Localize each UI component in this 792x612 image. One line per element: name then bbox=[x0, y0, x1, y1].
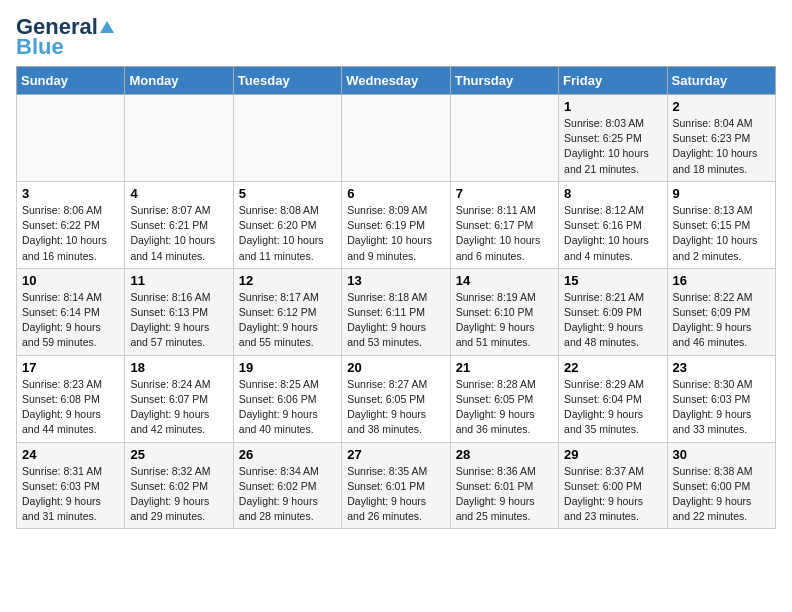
calendar-cell: 23Sunrise: 8:30 AM Sunset: 6:03 PM Dayli… bbox=[667, 355, 775, 442]
day-info: Sunrise: 8:11 AM Sunset: 6:17 PM Dayligh… bbox=[456, 203, 553, 264]
calendar-body: 1Sunrise: 8:03 AM Sunset: 6:25 PM Daylig… bbox=[17, 95, 776, 529]
day-info: Sunrise: 8:13 AM Sunset: 6:15 PM Dayligh… bbox=[673, 203, 770, 264]
day-info: Sunrise: 8:35 AM Sunset: 6:01 PM Dayligh… bbox=[347, 464, 444, 525]
calendar-cell: 9Sunrise: 8:13 AM Sunset: 6:15 PM Daylig… bbox=[667, 181, 775, 268]
day-info: Sunrise: 8:03 AM Sunset: 6:25 PM Dayligh… bbox=[564, 116, 661, 177]
day-info: Sunrise: 8:32 AM Sunset: 6:02 PM Dayligh… bbox=[130, 464, 227, 525]
calendar-cell bbox=[17, 95, 125, 182]
calendar-cell: 5Sunrise: 8:08 AM Sunset: 6:20 PM Daylig… bbox=[233, 181, 341, 268]
day-number: 5 bbox=[239, 186, 336, 201]
calendar-cell: 21Sunrise: 8:28 AM Sunset: 6:05 PM Dayli… bbox=[450, 355, 558, 442]
day-info: Sunrise: 8:24 AM Sunset: 6:07 PM Dayligh… bbox=[130, 377, 227, 438]
day-number: 27 bbox=[347, 447, 444, 462]
page-header: General Blue bbox=[16, 16, 776, 58]
weekday-header-wednesday: Wednesday bbox=[342, 67, 450, 95]
calendar-week-4: 17Sunrise: 8:23 AM Sunset: 6:08 PM Dayli… bbox=[17, 355, 776, 442]
weekday-header-sunday: Sunday bbox=[17, 67, 125, 95]
calendar-cell: 2Sunrise: 8:04 AM Sunset: 6:23 PM Daylig… bbox=[667, 95, 775, 182]
day-number: 15 bbox=[564, 273, 661, 288]
day-info: Sunrise: 8:23 AM Sunset: 6:08 PM Dayligh… bbox=[22, 377, 119, 438]
day-number: 9 bbox=[673, 186, 770, 201]
day-number: 28 bbox=[456, 447, 553, 462]
day-number: 4 bbox=[130, 186, 227, 201]
calendar-cell: 13Sunrise: 8:18 AM Sunset: 6:11 PM Dayli… bbox=[342, 268, 450, 355]
day-info: Sunrise: 8:25 AM Sunset: 6:06 PM Dayligh… bbox=[239, 377, 336, 438]
day-number: 7 bbox=[456, 186, 553, 201]
calendar-cell: 24Sunrise: 8:31 AM Sunset: 6:03 PM Dayli… bbox=[17, 442, 125, 529]
calendar-cell: 7Sunrise: 8:11 AM Sunset: 6:17 PM Daylig… bbox=[450, 181, 558, 268]
logo-text-blue: Blue bbox=[16, 36, 64, 58]
calendar-header-row: SundayMondayTuesdayWednesdayThursdayFrid… bbox=[17, 67, 776, 95]
day-number: 8 bbox=[564, 186, 661, 201]
calendar-week-1: 1Sunrise: 8:03 AM Sunset: 6:25 PM Daylig… bbox=[17, 95, 776, 182]
day-info: Sunrise: 8:08 AM Sunset: 6:20 PM Dayligh… bbox=[239, 203, 336, 264]
calendar-cell bbox=[125, 95, 233, 182]
day-number: 19 bbox=[239, 360, 336, 375]
day-info: Sunrise: 8:36 AM Sunset: 6:01 PM Dayligh… bbox=[456, 464, 553, 525]
day-info: Sunrise: 8:19 AM Sunset: 6:10 PM Dayligh… bbox=[456, 290, 553, 351]
weekday-header-friday: Friday bbox=[559, 67, 667, 95]
calendar-cell: 27Sunrise: 8:35 AM Sunset: 6:01 PM Dayli… bbox=[342, 442, 450, 529]
day-number: 21 bbox=[456, 360, 553, 375]
day-number: 13 bbox=[347, 273, 444, 288]
calendar-week-5: 24Sunrise: 8:31 AM Sunset: 6:03 PM Dayli… bbox=[17, 442, 776, 529]
calendar-cell: 20Sunrise: 8:27 AM Sunset: 6:05 PM Dayli… bbox=[342, 355, 450, 442]
calendar-cell: 1Sunrise: 8:03 AM Sunset: 6:25 PM Daylig… bbox=[559, 95, 667, 182]
day-number: 24 bbox=[22, 447, 119, 462]
day-info: Sunrise: 8:27 AM Sunset: 6:05 PM Dayligh… bbox=[347, 377, 444, 438]
calendar-cell: 25Sunrise: 8:32 AM Sunset: 6:02 PM Dayli… bbox=[125, 442, 233, 529]
day-info: Sunrise: 8:09 AM Sunset: 6:19 PM Dayligh… bbox=[347, 203, 444, 264]
weekday-header-tuesday: Tuesday bbox=[233, 67, 341, 95]
weekday-header-thursday: Thursday bbox=[450, 67, 558, 95]
weekday-header-monday: Monday bbox=[125, 67, 233, 95]
calendar-cell: 4Sunrise: 8:07 AM Sunset: 6:21 PM Daylig… bbox=[125, 181, 233, 268]
day-info: Sunrise: 8:31 AM Sunset: 6:03 PM Dayligh… bbox=[22, 464, 119, 525]
day-info: Sunrise: 8:29 AM Sunset: 6:04 PM Dayligh… bbox=[564, 377, 661, 438]
day-number: 18 bbox=[130, 360, 227, 375]
logo: General Blue bbox=[16, 16, 114, 58]
calendar-cell bbox=[342, 95, 450, 182]
day-number: 29 bbox=[564, 447, 661, 462]
day-info: Sunrise: 8:06 AM Sunset: 6:22 PM Dayligh… bbox=[22, 203, 119, 264]
day-info: Sunrise: 8:38 AM Sunset: 6:00 PM Dayligh… bbox=[673, 464, 770, 525]
calendar-cell: 19Sunrise: 8:25 AM Sunset: 6:06 PM Dayli… bbox=[233, 355, 341, 442]
day-number: 11 bbox=[130, 273, 227, 288]
day-number: 6 bbox=[347, 186, 444, 201]
day-info: Sunrise: 8:21 AM Sunset: 6:09 PM Dayligh… bbox=[564, 290, 661, 351]
calendar-cell: 12Sunrise: 8:17 AM Sunset: 6:12 PM Dayli… bbox=[233, 268, 341, 355]
day-number: 10 bbox=[22, 273, 119, 288]
calendar-week-2: 3Sunrise: 8:06 AM Sunset: 6:22 PM Daylig… bbox=[17, 181, 776, 268]
weekday-header-saturday: Saturday bbox=[667, 67, 775, 95]
calendar-cell: 29Sunrise: 8:37 AM Sunset: 6:00 PM Dayli… bbox=[559, 442, 667, 529]
day-info: Sunrise: 8:18 AM Sunset: 6:11 PM Dayligh… bbox=[347, 290, 444, 351]
calendar-cell: 3Sunrise: 8:06 AM Sunset: 6:22 PM Daylig… bbox=[17, 181, 125, 268]
calendar-cell: 14Sunrise: 8:19 AM Sunset: 6:10 PM Dayli… bbox=[450, 268, 558, 355]
day-number: 25 bbox=[130, 447, 227, 462]
day-number: 23 bbox=[673, 360, 770, 375]
day-info: Sunrise: 8:22 AM Sunset: 6:09 PM Dayligh… bbox=[673, 290, 770, 351]
calendar-cell: 17Sunrise: 8:23 AM Sunset: 6:08 PM Dayli… bbox=[17, 355, 125, 442]
day-number: 16 bbox=[673, 273, 770, 288]
day-info: Sunrise: 8:12 AM Sunset: 6:16 PM Dayligh… bbox=[564, 203, 661, 264]
calendar-cell: 6Sunrise: 8:09 AM Sunset: 6:19 PM Daylig… bbox=[342, 181, 450, 268]
calendar-cell bbox=[450, 95, 558, 182]
day-info: Sunrise: 8:34 AM Sunset: 6:02 PM Dayligh… bbox=[239, 464, 336, 525]
day-number: 30 bbox=[673, 447, 770, 462]
day-info: Sunrise: 8:14 AM Sunset: 6:14 PM Dayligh… bbox=[22, 290, 119, 351]
day-info: Sunrise: 8:16 AM Sunset: 6:13 PM Dayligh… bbox=[130, 290, 227, 351]
day-number: 2 bbox=[673, 99, 770, 114]
day-number: 20 bbox=[347, 360, 444, 375]
calendar-week-3: 10Sunrise: 8:14 AM Sunset: 6:14 PM Dayli… bbox=[17, 268, 776, 355]
logo-triangle-icon bbox=[100, 21, 114, 33]
calendar-cell: 18Sunrise: 8:24 AM Sunset: 6:07 PM Dayli… bbox=[125, 355, 233, 442]
day-number: 3 bbox=[22, 186, 119, 201]
day-number: 17 bbox=[22, 360, 119, 375]
day-info: Sunrise: 8:28 AM Sunset: 6:05 PM Dayligh… bbox=[456, 377, 553, 438]
calendar-cell: 10Sunrise: 8:14 AM Sunset: 6:14 PM Dayli… bbox=[17, 268, 125, 355]
calendar-cell: 15Sunrise: 8:21 AM Sunset: 6:09 PM Dayli… bbox=[559, 268, 667, 355]
day-info: Sunrise: 8:37 AM Sunset: 6:00 PM Dayligh… bbox=[564, 464, 661, 525]
day-number: 1 bbox=[564, 99, 661, 114]
day-number: 26 bbox=[239, 447, 336, 462]
day-info: Sunrise: 8:07 AM Sunset: 6:21 PM Dayligh… bbox=[130, 203, 227, 264]
day-info: Sunrise: 8:04 AM Sunset: 6:23 PM Dayligh… bbox=[673, 116, 770, 177]
